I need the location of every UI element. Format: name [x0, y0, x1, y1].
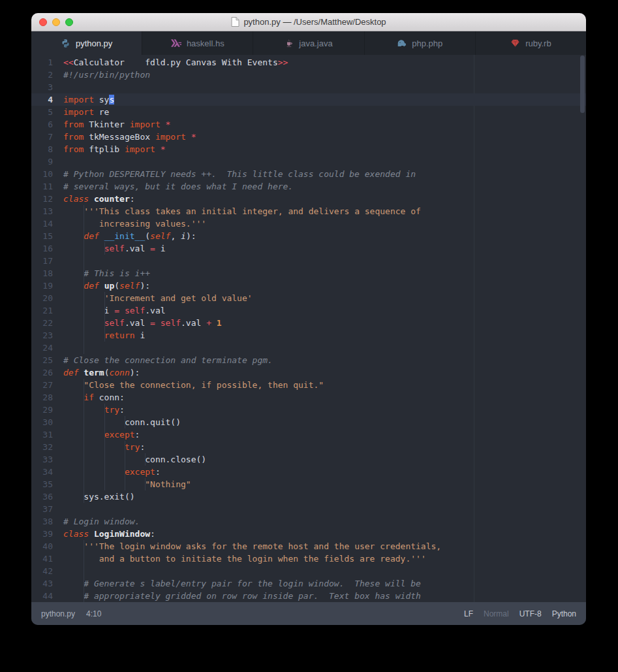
code-line[interactable]: 30 conn.quit(): [31, 416, 586, 428]
code-line[interactable]: 14 increasing values.''': [31, 217, 586, 230]
scrollbar-thumb[interactable]: [580, 56, 585, 113]
indent-guide: [104, 453, 105, 466]
indent-guide: [84, 466, 84, 478]
line-number: 9: [31, 155, 53, 168]
editor-window: python.py — /Users/Matthew/Desktop pytho…: [31, 13, 586, 625]
code-line[interactable]: 37: [31, 503, 586, 515]
tab-python-py[interactable]: python.py: [31, 31, 142, 55]
code-line[interactable]: 29 try:: [31, 404, 586, 416]
code-line[interactable]: 7from tkMessageBox import *: [31, 131, 586, 143]
code-line[interactable]: 39class LoginWindow:: [31, 528, 586, 540]
zoom-button[interactable]: [65, 18, 73, 26]
line-number: 16: [31, 242, 53, 255]
code-line[interactable]: 24: [31, 342, 586, 354]
code-line[interactable]: 2#!/usr/bin/python: [31, 69, 586, 81]
indent-guide: [104, 416, 105, 428]
code-line[interactable]: 22 self.val = self.val + 1: [31, 317, 586, 329]
code-line[interactable]: 33 conn.close(): [31, 453, 586, 466]
code-line[interactable]: 40 '''The login window asks for the remo…: [31, 540, 586, 552]
code-lines: 1<<Calculator fdld.py Canvas With Events…: [31, 56, 586, 602]
text-cursor: s: [109, 95, 114, 104]
code-line[interactable]: 36 sys.exit(): [31, 490, 586, 503]
code-line[interactable]: 3: [31, 81, 586, 93]
indent-guide: [84, 292, 84, 304]
code-line[interactable]: 19 def up(self):: [31, 280, 586, 292]
code-editor[interactable]: 1<<Calculator fdld.py Canvas With Events…: [31, 55, 586, 602]
code-line[interactable]: 13 '''This class takes an initial intege…: [31, 205, 586, 217]
code-line[interactable]: 5import re: [31, 106, 586, 118]
line-number: 14: [31, 217, 53, 230]
python-icon: [61, 39, 70, 48]
line-number: 37: [31, 503, 53, 515]
line-number: 30: [31, 416, 53, 428]
indent-guide: [84, 441, 84, 453]
indent-guide: [84, 490, 84, 503]
code-line[interactable]: 32 try:: [31, 441, 586, 453]
code-line[interactable]: 17: [31, 255, 586, 267]
code-line[interactable]: 28 if conn:: [31, 391, 586, 404]
line-number: 27: [31, 379, 53, 391]
indent-guide: [104, 317, 105, 329]
line-number: 21: [31, 304, 53, 317]
indent-guide: [84, 478, 84, 490]
tab-label: haskell.hs: [187, 39, 224, 48]
code-line[interactable]: 11# several ways, but it does what I nee…: [31, 180, 586, 193]
code-line[interactable]: 43 # Generate s label/entry pair for the…: [31, 577, 586, 590]
status-cursor-position: 4:10: [86, 609, 101, 618]
line-number: 18: [31, 267, 53, 280]
code-line[interactable]: 44 # appropriately gridded on row row in…: [31, 590, 586, 602]
code-line[interactable]: 35 "Nothing": [31, 478, 586, 490]
indent-guide: [84, 391, 84, 404]
status-mode: Normal: [484, 609, 509, 618]
status-encoding[interactable]: UTF-8: [519, 609, 542, 618]
code-line[interactable]: 23 return i: [31, 329, 586, 342]
code-line[interactable]: 10# Python DESPERATELY needs ++. This li…: [31, 168, 586, 180]
status-filename: python.py: [41, 609, 75, 618]
line-number: 19: [31, 280, 53, 292]
indent-guide: [84, 590, 84, 602]
code-line[interactable]: 27 "Close the connection, if possible, t…: [31, 379, 586, 391]
status-language[interactable]: Python: [552, 609, 576, 618]
tab-java-java[interactable]: java.java: [253, 31, 363, 55]
line-number: 41: [31, 552, 53, 565]
minimize-button[interactable]: [52, 18, 60, 26]
code-line[interactable]: 9: [31, 155, 586, 168]
indent-guide: [84, 217, 84, 230]
code-line[interactable]: 41 and a button to initiate the login wh…: [31, 552, 586, 565]
code-line[interactable]: 4import sys: [31, 93, 586, 106]
close-button[interactable]: [39, 18, 47, 26]
code-line[interactable]: 18 # This is i++: [31, 267, 586, 280]
indent-guide: [84, 453, 84, 466]
code-line[interactable]: 25# Close the connection and terminate p…: [31, 354, 586, 366]
indent-guide: [125, 466, 125, 478]
indent-guide: [84, 280, 84, 292]
code-line[interactable]: 38# Login window.: [31, 515, 586, 528]
code-line[interactable]: 16 self.val = i: [31, 242, 586, 255]
line-number: 24: [31, 342, 53, 354]
indent-guide: [84, 267, 84, 280]
code-line[interactable]: 26def term(conn):: [31, 366, 586, 379]
code-line[interactable]: 15 def __init__(self, i):: [31, 230, 586, 242]
tab-php-php[interactable]: php.php: [364, 31, 475, 55]
code-line[interactable]: 6from Tkinter import *: [31, 118, 586, 131]
line-number: 1: [31, 56, 53, 69]
line-number: 12: [31, 193, 53, 205]
code-line[interactable]: 31 except:: [31, 428, 586, 441]
status-line-endings[interactable]: LF: [464, 609, 473, 618]
code-line[interactable]: 8from ftplib import *: [31, 143, 586, 155]
code-line[interactable]: 1<<Calculator fdld.py Canvas With Events…: [31, 56, 586, 69]
indent-guide: [84, 317, 84, 329]
code-line[interactable]: 20 'Increment and get old value': [31, 292, 586, 304]
code-line[interactable]: 12class counter:: [31, 193, 586, 205]
code-line[interactable]: 21 i = self.val: [31, 304, 586, 317]
title-bar[interactable]: python.py — /Users/Matthew/Desktop: [31, 13, 586, 31]
line-number: 29: [31, 404, 53, 416]
tab-ruby-rb[interactable]: ruby.rb: [475, 31, 586, 55]
indent-guide: [84, 379, 84, 391]
haskell-icon: [171, 39, 181, 47]
code-line[interactable]: 42: [31, 565, 586, 577]
line-number: 8: [31, 143, 53, 155]
tab-label: php.php: [412, 39, 442, 48]
tab-haskell-hs[interactable]: haskell.hs: [142, 31, 253, 55]
code-line[interactable]: 34 except:: [31, 466, 586, 478]
